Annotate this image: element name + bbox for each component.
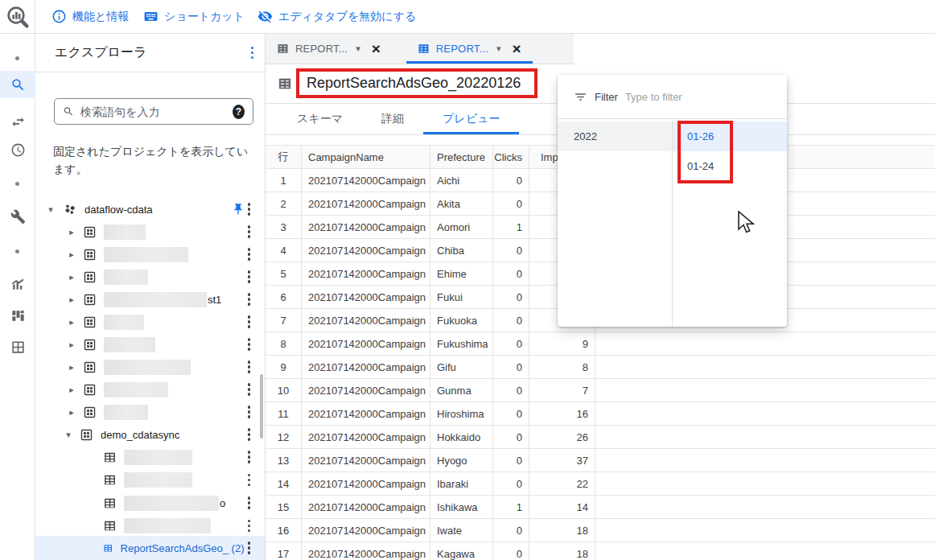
table-cell xyxy=(595,356,935,378)
close-icon[interactable]: × xyxy=(372,41,381,56)
dataset-icon xyxy=(83,225,97,239)
table-row[interactable]: 15202107142000CampaignIshikawa114 xyxy=(266,496,935,519)
item-menu-kebab-icon[interactable] xyxy=(245,517,254,536)
tree-dataset-redacted[interactable]: ▸ xyxy=(35,333,265,356)
tree-dataset-redacted[interactable]: ▸ xyxy=(35,220,265,243)
item-menu-kebab-icon[interactable] xyxy=(245,200,254,219)
item-menu-kebab-icon[interactable] xyxy=(245,447,254,467)
tab-details[interactable]: 詳細 xyxy=(362,104,423,134)
item-menu-kebab-icon[interactable] xyxy=(245,425,254,444)
chevron-right-icon[interactable]: ▸ xyxy=(66,249,77,260)
table-row[interactable]: 16202107142000CampaignIwate018 xyxy=(266,519,935,542)
item-menu-kebab-icon[interactable] xyxy=(245,335,254,354)
chevron-right-icon[interactable]: ▸ xyxy=(66,385,77,395)
table-cell: Chiba xyxy=(430,239,493,261)
chevron-right-icon[interactable]: ▸ xyxy=(66,317,77,327)
info-icon xyxy=(51,9,67,24)
tree-table-redacted[interactable]: o xyxy=(35,492,265,514)
dataset-icon xyxy=(80,428,93,442)
rail-scheduled-queries-button[interactable] xyxy=(0,136,35,163)
search-icon xyxy=(63,105,74,118)
tree-project-dataflow-cdata[interactable]: ▾dataflow-cdata xyxy=(35,198,265,220)
chevron-down-icon[interactable]: ▾ xyxy=(356,43,360,54)
chevron-right-icon[interactable]: ▸ xyxy=(66,272,77,282)
tree-table-redacted[interactable] xyxy=(35,469,265,492)
item-menu-kebab-icon[interactable] xyxy=(245,380,254,399)
table-cell: Ibaraki xyxy=(430,472,493,495)
table-cell xyxy=(595,496,935,518)
chevron-down-icon[interactable]: ▾ xyxy=(496,43,501,54)
table-row[interactable]: 12202107142000CampaignHokkaido026 xyxy=(266,426,935,449)
tree-dataset-redacted[interactable]: ▸ xyxy=(35,356,265,378)
tree-dataset-redacted[interactable]: ▸ xyxy=(35,266,265,288)
topbar-item-disable-editor-tabs[interactable]: エディタタブを無効にする xyxy=(257,0,416,33)
table-icon xyxy=(103,473,117,487)
close-icon[interactable]: × xyxy=(512,41,521,56)
chevron-right-icon[interactable]: ▸ xyxy=(66,227,77,237)
item-menu-kebab-icon[interactable] xyxy=(245,222,254,241)
chevron-right-icon[interactable]: ▸ xyxy=(66,362,77,373)
filter-popup-header[interactable]: Filter Type to filter xyxy=(558,75,787,119)
filter-input-placeholder[interactable]: Type to filter xyxy=(625,91,682,103)
table-row[interactable]: 8202107142000CampaignFukushima09 xyxy=(266,332,935,356)
table-row[interactable]: 9202107142000CampaignGifu08 xyxy=(266,356,935,379)
table-row[interactable]: 11202107142000CampaignHiroshima016 xyxy=(266,402,935,426)
table-row[interactable]: 13202107142000CampaignHyogo037 xyxy=(266,449,935,472)
tree-table-redacted[interactable] xyxy=(35,446,265,468)
item-menu-kebab-icon[interactable] xyxy=(245,290,254,309)
chevron-right-icon[interactable]: ▸ xyxy=(66,340,77,350)
rail-utilities-button[interactable] xyxy=(0,203,35,230)
tree-dataset-redacted[interactable]: ▸ xyxy=(35,311,265,333)
table-cell: 16 xyxy=(529,402,595,425)
item-menu-kebab-icon[interactable] xyxy=(245,402,254,422)
bigquery-logo[interactable] xyxy=(0,0,35,34)
tab-preview[interactable]: プレビュー xyxy=(423,104,519,134)
explorer-menu-kebab-icon[interactable] xyxy=(248,43,257,63)
item-menu-kebab-icon[interactable] xyxy=(245,267,254,286)
table-cell: Kagawa xyxy=(430,542,493,560)
table-cell: 202107142000Campaign xyxy=(302,379,430,401)
tree-dataset-redacted[interactable]: ▸st1 xyxy=(35,288,265,311)
item-menu-kebab-icon[interactable] xyxy=(245,357,254,377)
pin-icon[interactable] xyxy=(232,203,245,216)
tree-table-reportsearchadsgeo[interactable]: ReportSearchAdsGeo_ (2) xyxy=(35,536,265,560)
table-cell: 0 xyxy=(493,449,529,471)
chevron-right-icon[interactable]: ▸ xyxy=(66,407,77,418)
table-row[interactable]: 17202107142000CampaignKagawa018 xyxy=(266,542,935,560)
editor-tab-report-2[interactable]: REPORT... ▾ × xyxy=(406,34,533,64)
item-menu-kebab-icon[interactable] xyxy=(245,471,254,490)
search-help-icon[interactable]: ? xyxy=(233,105,245,119)
item-menu-kebab-icon[interactable] xyxy=(245,245,254,264)
explorer-search-input[interactable] xyxy=(80,105,226,118)
table-cell: 15 xyxy=(266,496,302,518)
table-cell: 202107142000Campaign xyxy=(302,239,430,261)
rail-monitoring-button[interactable] xyxy=(0,270,35,298)
item-menu-kebab-icon[interactable] xyxy=(245,538,254,558)
tree-dataset-redacted[interactable]: ▸ xyxy=(35,401,265,423)
tree-dataset-redacted[interactable]: ▸ xyxy=(35,378,265,401)
item-menu-kebab-icon[interactable] xyxy=(245,312,254,331)
tree-dataset-demo-cdatasync[interactable]: ▾demo_cdatasync xyxy=(35,423,265,446)
item-menu-kebab-icon[interactable] xyxy=(245,493,254,513)
topbar-item-features-info[interactable]: 機能と情報 xyxy=(51,0,129,33)
rail-table-view-button[interactable] xyxy=(0,333,35,360)
table-row[interactable]: 14202107142000CampaignIbaraki022 xyxy=(266,472,935,496)
explorer-scrollbar[interactable] xyxy=(260,374,263,439)
rail-transfers-button[interactable] xyxy=(0,108,35,135)
rail-search-button[interactable] xyxy=(0,71,35,98)
filter-year-option[interactable]: 2022 xyxy=(558,121,672,151)
table-row[interactable]: 10202107142000CampaignGunma07 xyxy=(266,379,935,402)
chevron-down-icon[interactable]: ▾ xyxy=(63,430,74,440)
tree-dataset-redacted[interactable]: ▸ xyxy=(35,243,265,266)
redacted-label xyxy=(104,247,188,262)
chevron-right-icon[interactable]: ▸ xyxy=(66,294,77,305)
explorer-search-box[interactable]: ? xyxy=(54,98,253,125)
chevron-down-icon[interactable]: ▾ xyxy=(45,204,56,215)
topbar-item-label: 機能と情報 xyxy=(72,10,129,24)
topbar-item-shortcuts[interactable]: ショートカット xyxy=(143,0,245,33)
rail-analysis-button[interactable] xyxy=(0,302,35,329)
table-cell: 0 xyxy=(493,286,529,308)
tab-schema[interactable]: スキーマ xyxy=(278,104,362,134)
editor-tab-report-1[interactable]: REPORT... ▾ × xyxy=(266,34,392,64)
tree-table-redacted[interactable] xyxy=(35,515,265,537)
